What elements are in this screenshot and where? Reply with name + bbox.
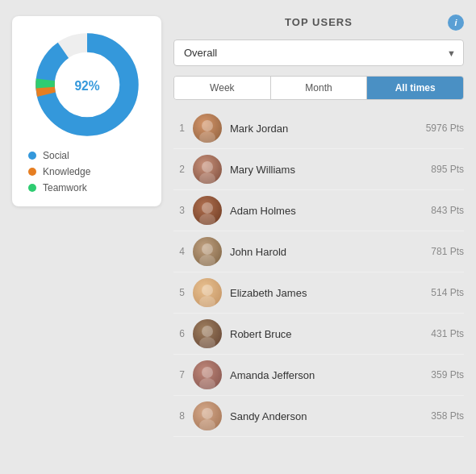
user-row: 2 Mary Williams 895 Pts	[173, 149, 464, 190]
user-name: Elizabeth James	[230, 287, 423, 299]
user-pts: 843 Pts	[431, 205, 464, 216]
filter-dropdown[interactable]: Overall Department Team	[173, 40, 464, 66]
tab-all-times[interactable]: All times	[367, 77, 463, 99]
user-pts: 431 Pts	[431, 328, 464, 339]
user-avatar	[193, 237, 222, 266]
svg-point-13	[202, 285, 213, 296]
svg-point-11	[202, 243, 213, 255]
svg-point-20	[199, 419, 215, 430]
legend-label-teamwork: Teamwork	[43, 182, 87, 193]
legend-dot-knowledge	[28, 168, 36, 176]
donut-center-label: 92%	[74, 79, 99, 93]
svg-point-9	[202, 202, 213, 214]
right-panel: TOP USERS i Overall Department Team ▼ We…	[173, 16, 464, 437]
dropdown-wrapper: Overall Department Team ▼	[173, 40, 464, 66]
top-users-header: TOP USERS i	[173, 16, 464, 28]
user-avatar	[193, 196, 222, 225]
user-row: 5 Elizabeth James 514 Pts	[173, 272, 464, 314]
legend-label-social: Social	[43, 150, 69, 161]
user-avatar	[193, 319, 222, 348]
svg-point-15	[202, 326, 213, 337]
user-rank: 8	[173, 410, 185, 422]
user-avatar	[193, 114, 222, 143]
user-row: 4 John Harold 781 Pts	[173, 231, 464, 272]
user-avatar	[193, 155, 222, 184]
user-rank: 2	[173, 164, 185, 175]
svg-point-10	[199, 214, 215, 225]
legend-dot-social	[28, 152, 36, 160]
svg-point-6	[199, 131, 215, 143]
legend-dot-teamwork	[28, 184, 36, 192]
user-rank: 4	[173, 246, 185, 257]
legend-social: Social	[28, 150, 148, 161]
donut-chart-wrapper: 92%	[25, 32, 148, 137]
user-row: 6 Robert Bruce 431 Pts	[173, 314, 464, 355]
svg-point-17	[202, 367, 213, 378]
svg-point-18	[199, 378, 215, 389]
user-row: 7 Amanda Jefferson 359 Pts	[173, 355, 464, 396]
user-row: 8 Sandy Anderson 358 Pts	[173, 396, 464, 437]
user-avatar	[193, 401, 222, 430]
info-icon[interactable]: i	[448, 15, 464, 31]
svg-point-16	[199, 337, 215, 348]
tab-week[interactable]: Week	[174, 77, 271, 99]
svg-point-8	[199, 173, 215, 184]
user-name: John Harold	[230, 246, 423, 258]
user-pts: 781 Pts	[431, 246, 464, 257]
left-card: 92% Social Knowledge Teamwork	[12, 16, 161, 206]
svg-point-19	[202, 408, 213, 419]
user-row: 1 Mark Jordan 5976 Pts	[173, 108, 464, 149]
donut-chart: 92%	[35, 32, 140, 137]
user-rank: 3	[173, 205, 185, 216]
user-row: 3 Adam Holmes 843 Pts	[173, 190, 464, 231]
user-pts: 359 Pts	[431, 369, 464, 380]
user-name: Amanda Jefferson	[230, 369, 423, 381]
user-rank: 6	[173, 328, 185, 339]
user-pts: 5976 Pts	[426, 123, 464, 134]
user-name: Adam Holmes	[230, 205, 423, 217]
user-rank: 1	[173, 123, 185, 134]
chart-legend: Social Knowledge Teamwork	[25, 150, 148, 193]
svg-point-14	[199, 296, 215, 307]
user-pts: 358 Pts	[431, 410, 464, 422]
svg-point-12	[199, 255, 215, 266]
user-list: 1 Mark Jordan 5976 Pts 2	[173, 108, 464, 437]
user-rank: 5	[173, 287, 185, 298]
time-tabs: Week Month All times	[173, 76, 464, 100]
user-avatar	[193, 278, 222, 307]
svg-point-5	[202, 120, 213, 131]
user-pts: 514 Pts	[431, 287, 464, 298]
legend-teamwork: Teamwork	[28, 182, 148, 193]
user-name: Robert Bruce	[230, 328, 423, 340]
user-name: Mary Williams	[230, 164, 423, 176]
user-pts: 895 Pts	[431, 164, 464, 175]
user-name: Sandy Anderson	[230, 410, 423, 422]
legend-label-knowledge: Knowledge	[43, 166, 90, 177]
svg-point-7	[202, 161, 213, 173]
user-avatar	[193, 360, 222, 389]
legend-knowledge: Knowledge	[28, 166, 148, 177]
user-rank: 7	[173, 369, 185, 380]
main-container: 92% Social Knowledge Teamwork TOP USERS …	[0, 0, 476, 474]
top-users-title: TOP USERS	[285, 16, 353, 28]
tab-month[interactable]: Month	[271, 77, 368, 99]
user-name: Mark Jordan	[230, 123, 418, 135]
